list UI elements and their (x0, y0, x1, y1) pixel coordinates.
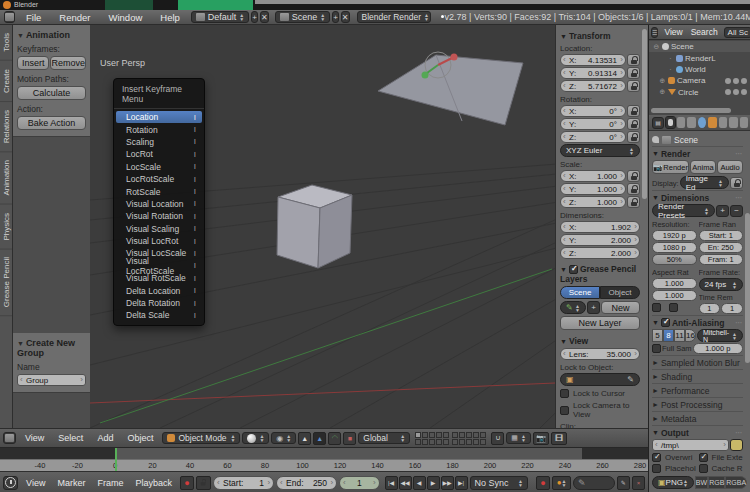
render-opengl-anim-button[interactable]: 🎞 (551, 432, 567, 445)
file-extensions-option[interactable]: File Exte (699, 453, 744, 462)
frame-start-field[interactable]: Start: 1 (699, 230, 744, 241)
dim-z-field[interactable]: Z:2.000 (560, 247, 640, 259)
aa-sample-button[interactable]: 8 (663, 329, 674, 342)
snap-mode-dropdown[interactable]: ▦ (506, 432, 531, 444)
keyframe-menu-item[interactable]: Visual LocationI (114, 198, 204, 210)
translate-manipulator-button[interactable]: ▲ (313, 432, 326, 445)
keyframe-menu-item[interactable]: RotScaleI (114, 185, 204, 197)
keyframe-menu-item[interactable]: LocationI (116, 111, 202, 123)
render-presets-dropdown[interactable]: Render Presets (652, 204, 715, 217)
lock-icon[interactable] (627, 80, 640, 92)
dim-x-field[interactable]: X:1.902 (560, 221, 640, 233)
lock-icon[interactable] (627, 183, 640, 195)
rotate-manipulator-button[interactable]: ◠ (328, 432, 341, 445)
outliner-menu-item[interactable]: Search (687, 27, 722, 37)
aspect-x-field[interactable]: 1.000 (652, 278, 697, 289)
keyframe-menu-item[interactable]: LocRotScaleI (114, 173, 204, 185)
delete-scene-button[interactable]: ✕ (341, 11, 350, 23)
menu-item[interactable]: File (17, 12, 50, 23)
channel-button[interactable]: RGBA (725, 476, 747, 489)
viewport-menu-item[interactable]: Object (120, 433, 160, 443)
world-tab-icon[interactable] (698, 117, 707, 128)
snap-toggle-button[interactable]: ∪ (491, 432, 504, 445)
overwrite-option[interactable]: Overwri (652, 453, 697, 462)
gp-datablock-dropdown[interactable]: ✎ (560, 301, 586, 314)
timeline-menu-item[interactable]: Marker (51, 478, 91, 488)
lock-icon[interactable] (627, 105, 640, 117)
timeline-menu-item[interactable]: Frame (91, 478, 129, 488)
keyframe-menu-item[interactable]: Visual ScalingI (114, 223, 204, 235)
new-layer-button[interactable]: New Layer (560, 316, 640, 330)
gp-scene-tab[interactable]: Scene (560, 286, 600, 299)
aa-filter-dropdown[interactable]: Mitchell-N (697, 329, 743, 342)
current-frame-field[interactable]: 1 (339, 476, 380, 490)
keyframe-menu-item[interactable]: Visual LocRotI (114, 235, 204, 247)
current-frame-indicator[interactable] (115, 448, 117, 471)
selectable-arrow-icon[interactable] (733, 78, 739, 84)
lock-icon[interactable] (627, 131, 640, 143)
animation-panel-title[interactable]: Animation (17, 30, 86, 40)
channel-button[interactable]: BW (695, 476, 708, 489)
properties-scrollbar[interactable] (745, 213, 750, 363)
res-x-field[interactable]: 1920 p (652, 230, 697, 241)
n-panel-scrollbar[interactable] (642, 29, 647, 199)
outliner-row-renderlayers[interactable]: · RenderL (649, 52, 750, 63)
frame-step-field[interactable]: Fram: 1 (699, 254, 744, 265)
shelf-tab[interactable]: Relations (0, 102, 12, 152)
manipulator-toggle-button[interactable]: ▲ (298, 432, 311, 445)
keyframe-menu-item[interactable]: Visual RotationI (114, 210, 204, 222)
delete-keyframes-button[interactable]: × (632, 476, 645, 490)
create-group-title[interactable]: Create New Group (17, 338, 86, 358)
keyframe-menu-item[interactable]: RotationI (114, 123, 204, 135)
cache-result-option[interactable]: Cache R (699, 464, 744, 473)
visibility-eye-icon[interactable] (725, 89, 731, 95)
play-button[interactable]: ▶ (427, 476, 440, 490)
outliner-menu-item[interactable]: View (660, 27, 686, 37)
collapsed-panel-header[interactable]: Shading (652, 369, 743, 383)
scene-selector[interactable]: Scene (275, 11, 330, 23)
timeline-menu-item[interactable]: View (20, 478, 51, 488)
render-engine-selector[interactable]: Blender Render (357, 11, 431, 23)
location-y-field[interactable]: Y:0.91314 (560, 67, 626, 79)
menu-item[interactable]: Render (50, 12, 99, 23)
collapsed-panel-header[interactable]: Sampled Motion Blur (652, 355, 743, 369)
menu-item[interactable]: Help (151, 12, 189, 23)
shelf-tab[interactable]: Animation (0, 152, 12, 205)
collapsed-panel-header[interactable]: Performance (652, 383, 743, 397)
next-keyframe-button[interactable]: ▶▶ (441, 476, 454, 490)
scale-z-field[interactable]: Z:1.000 (560, 196, 626, 208)
folder-browse-icon[interactable] (730, 439, 743, 451)
data-tab-icon[interactable] (740, 117, 749, 128)
outliner-row-circle[interactable]: ⊕ Circle (649, 87, 750, 98)
start-frame-field[interactable]: Start:1 (213, 476, 274, 490)
gp-add-button[interactable]: + (587, 301, 600, 314)
new-window-icon[interactable] (730, 177, 743, 189)
3d-viewport[interactable]: User Persp (1) Icosphere ToolsCreateRela… (0, 25, 648, 428)
timeline-canvas[interactable] (0, 448, 648, 459)
render-button[interactable]: 📷Render (652, 160, 689, 174)
view-panel-title[interactable]: View (560, 336, 640, 346)
lock-camera-checkbox[interactable] (560, 406, 569, 415)
play-reverse-button[interactable]: ◀ (413, 476, 426, 490)
aa-sample-button[interactable]: 11 (674, 329, 685, 342)
object-tab-icon[interactable] (708, 117, 717, 128)
selectable-arrow-icon[interactable] (733, 89, 739, 95)
bake-action-button[interactable]: Bake Action (17, 116, 86, 130)
lock-icon[interactable] (627, 196, 640, 208)
menu-item[interactable]: Window (99, 12, 151, 23)
border-checkbox[interactable] (652, 303, 661, 312)
lock-icon[interactable] (627, 170, 640, 182)
add-layout-button[interactable]: + (251, 11, 258, 23)
renderable-camera-icon[interactable] (741, 78, 747, 84)
outliner-row-scene[interactable]: ⊖ Scene (649, 41, 750, 52)
outliner-row-world[interactable]: · World (649, 64, 750, 75)
dim-y-field[interactable]: Y:2.000 (560, 234, 640, 246)
timeline-ruler[interactable]: -40-200204060801001201401601802002202402… (0, 459, 648, 471)
viewport-menu-item[interactable]: Add (90, 433, 120, 443)
visibility-eye-icon[interactable] (725, 78, 731, 84)
jump-to-start-button[interactable]: |◀ (385, 476, 398, 490)
calculate-paths-button[interactable]: Calculate (17, 86, 86, 100)
shelf-tab[interactable]: Physics (0, 205, 12, 250)
insert-keyframe-button[interactable]: Insert (17, 56, 49, 70)
constraints-tab-icon[interactable] (719, 117, 728, 128)
